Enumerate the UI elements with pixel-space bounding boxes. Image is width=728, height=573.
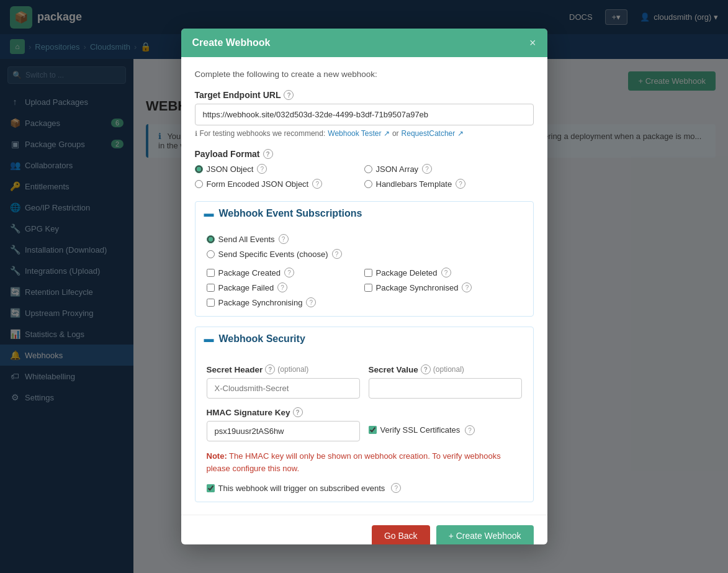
security-header[interactable]: ▬ Webhook Security bbox=[195, 327, 533, 351]
modal-body: Complete the following to create a new w… bbox=[181, 57, 547, 515]
create-webhook-button[interactable]: + Create Webhook bbox=[436, 525, 534, 544]
send-all-events-option[interactable]: Send All Events ? bbox=[207, 234, 522, 244]
event-section-title: Webhook Event Subscriptions bbox=[219, 208, 362, 219]
handlebars-label: Handlebars Template bbox=[376, 179, 452, 189]
secret-header-group: Secret Header ? (optional) bbox=[207, 364, 360, 399]
event-options: Send All Events ? Send Specific Events (… bbox=[207, 234, 522, 259]
send-specific-label: Send Specific Events (choose) bbox=[218, 250, 328, 259]
secret-value-help-icon[interactable]: ? bbox=[421, 364, 431, 374]
payload-options-grid: JSON Object ? JSON Array ? Form Encoded … bbox=[195, 164, 534, 189]
package-created-checkbox-label[interactable]: Package Created ? bbox=[207, 268, 364, 277]
note-text: The HMAC key will only be shown on webho… bbox=[207, 451, 501, 473]
or-text: or bbox=[392, 129, 399, 138]
hmac-help-icon[interactable]: ? bbox=[293, 407, 303, 417]
modal-footer: Go Back + Create Webhook bbox=[181, 515, 547, 544]
trigger-checkbox-label[interactable]: This webhook will trigger on subscribed … bbox=[207, 483, 522, 493]
package-deleted-checkbox[interactable] bbox=[364, 269, 372, 277]
note-box: Note: The HMAC key will only be shown on… bbox=[207, 450, 522, 474]
secret-value-input[interactable] bbox=[369, 378, 522, 399]
event-checkboxes: Package Created ? Package Deleted ? Pack… bbox=[207, 268, 522, 307]
security-body: Secret Header ? (optional) Secret Value … bbox=[195, 351, 533, 502]
modal-intro: Complete the following to create a new w… bbox=[195, 70, 534, 79]
secret-header-optional: (optional) bbox=[277, 365, 308, 374]
package-deleted-label: Package Deleted bbox=[376, 268, 438, 277]
create-webhook-modal: Create Webhook × Complete the following … bbox=[181, 29, 547, 544]
json-object-label: JSON Object bbox=[207, 165, 254, 174]
security-section: ▬ Webhook Security Secret Header ? (opti… bbox=[195, 327, 534, 502]
go-back-button[interactable]: Go Back bbox=[372, 525, 430, 544]
package-synchronised-checkbox-label[interactable]: Package Synchronised ? bbox=[364, 282, 522, 292]
package-failed-help-icon[interactable]: ? bbox=[277, 282, 287, 292]
event-subscriptions-section: ▬ Webhook Event Subscriptions Send All E… bbox=[195, 201, 534, 317]
modal-overlay: Create Webhook × Complete the following … bbox=[0, 0, 728, 573]
package-created-help-icon[interactable]: ? bbox=[284, 268, 294, 277]
package-synchronised-checkbox[interactable] bbox=[364, 284, 372, 292]
secret-fields-row: Secret Header ? (optional) Secret Value … bbox=[207, 364, 522, 399]
package-synchronising-label: Package Synchronising bbox=[218, 298, 303, 307]
hmac-group: HMAC Signature Key ? bbox=[207, 407, 360, 441]
trigger-help-icon[interactable]: ? bbox=[391, 483, 401, 493]
payload-format-label: Payload Format ? bbox=[195, 149, 534, 159]
package-synchronised-label: Package Synchronised bbox=[376, 283, 459, 292]
send-all-help-icon[interactable]: ? bbox=[279, 234, 289, 244]
verify-ssl-label[interactable]: Verify SSL Certificates ? bbox=[380, 425, 475, 436]
request-catcher-link[interactable]: RequestCatcher ↗ bbox=[402, 129, 464, 138]
package-synchronising-checkbox[interactable] bbox=[207, 299, 215, 307]
note-prefix: Note: bbox=[207, 451, 227, 461]
hmac-input[interactable] bbox=[207, 421, 360, 441]
modal-close-button[interactable]: × bbox=[529, 37, 536, 48]
json-array-help-icon[interactable]: ? bbox=[422, 164, 432, 174]
target-url-help-icon[interactable]: ? bbox=[284, 90, 294, 100]
payload-format-section: Payload Format ? JSON Object ? JSON Arra… bbox=[195, 149, 534, 189]
payload-option-handlebars[interactable]: Handlebars Template ? bbox=[364, 179, 534, 189]
event-subscriptions-body: Send All Events ? Send Specific Events (… bbox=[195, 225, 533, 316]
webhook-tester-link[interactable]: Webhook Tester ↗ bbox=[328, 129, 390, 138]
form-encoded-help-icon[interactable]: ? bbox=[312, 179, 322, 189]
payload-format-help-icon[interactable]: ? bbox=[263, 149, 273, 159]
send-specific-events-option[interactable]: Send Specific Events (choose) ? bbox=[207, 249, 522, 259]
url-input-wrapper bbox=[195, 104, 534, 125]
target-url-input[interactable] bbox=[195, 104, 534, 125]
hmac-row: HMAC Signature Key ? Verify SSL Certific… bbox=[207, 407, 522, 441]
payload-option-json-object[interactable]: JSON Object ? bbox=[195, 164, 364, 174]
hmac-section: HMAC Signature Key ? Verify SSL Certific… bbox=[207, 407, 522, 441]
target-url-label: Target Endpoint URL ? bbox=[195, 90, 534, 100]
secret-header-help-icon[interactable]: ? bbox=[265, 364, 275, 374]
package-failed-label: Package Failed bbox=[218, 283, 274, 292]
form-encoded-label: Form Encoded JSON Object bbox=[207, 179, 309, 189]
hmac-label: HMAC Signature Key ? bbox=[207, 407, 360, 417]
collapse-icon: ▬ bbox=[204, 208, 214, 219]
testing-hint: ℹ For testing webhooks we recommend: Web… bbox=[195, 129, 534, 138]
json-object-help-icon[interactable]: ? bbox=[257, 164, 267, 174]
payload-option-json-array[interactable]: JSON Array ? bbox=[364, 164, 534, 174]
json-array-label: JSON Array bbox=[376, 165, 419, 174]
event-subscriptions-header[interactable]: ▬ Webhook Event Subscriptions bbox=[195, 202, 533, 225]
handlebars-help-icon[interactable]: ? bbox=[456, 179, 465, 189]
send-all-label: Send All Events bbox=[218, 235, 275, 244]
testing-hint-prefix: For testing webhooks we recommend: bbox=[200, 129, 326, 138]
verify-ssl-checkbox[interactable] bbox=[369, 426, 377, 434]
trigger-label: This webhook will trigger on subscribed … bbox=[218, 484, 385, 493]
package-created-checkbox[interactable] bbox=[207, 269, 215, 277]
package-failed-checkbox[interactable] bbox=[207, 284, 215, 292]
package-failed-checkbox-label[interactable]: Package Failed ? bbox=[207, 282, 364, 292]
modal-title: Create Webhook bbox=[192, 37, 271, 48]
package-synchronising-help-icon[interactable]: ? bbox=[306, 297, 316, 307]
package-deleted-checkbox-label[interactable]: Package Deleted ? bbox=[364, 268, 522, 277]
trigger-checkbox[interactable] bbox=[207, 484, 215, 492]
secret-header-input[interactable] bbox=[207, 378, 360, 399]
payload-option-form-encoded[interactable]: Form Encoded JSON Object ? bbox=[195, 179, 364, 189]
package-deleted-help-icon[interactable]: ? bbox=[441, 268, 451, 277]
security-collapse-icon: ▬ bbox=[204, 333, 214, 345]
secret-value-group: Secret Value ? (optional) bbox=[369, 364, 522, 399]
secret-value-optional: (optional) bbox=[433, 365, 464, 374]
security-title: Webhook Security bbox=[219, 333, 305, 345]
info-icon-sm: ℹ bbox=[195, 130, 197, 138]
package-synchronising-checkbox-label[interactable]: Package Synchronising ? bbox=[207, 297, 364, 307]
send-specific-help-icon[interactable]: ? bbox=[332, 249, 342, 259]
package-synchronised-help-icon[interactable]: ? bbox=[462, 282, 472, 292]
verify-ssl-container: Verify SSL Certificates ? bbox=[369, 425, 522, 442]
verify-ssl-help-icon[interactable]: ? bbox=[465, 425, 475, 435]
secret-value-label: Secret Value ? (optional) bbox=[369, 364, 522, 374]
modal-header: Create Webhook × bbox=[181, 29, 547, 57]
